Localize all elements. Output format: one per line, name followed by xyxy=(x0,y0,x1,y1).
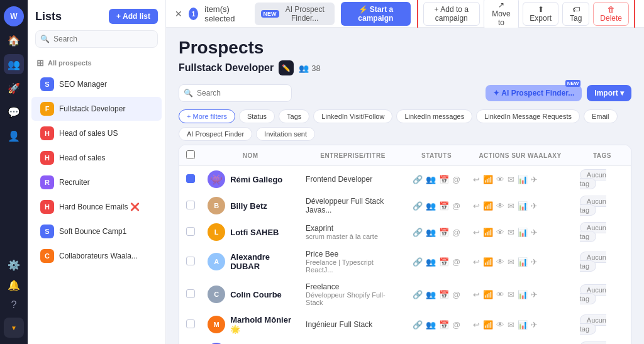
chart-icon[interactable]: 📊 xyxy=(518,320,528,330)
list-item-seo[interactable]: S SEO Manager xyxy=(31,72,162,96)
send-icon[interactable]: ✈ xyxy=(531,320,538,330)
list-item-head-us[interactable]: H Head of sales US xyxy=(31,121,162,145)
reply-icon[interactable]: ↩ xyxy=(473,320,480,330)
mail-icon[interactable]: ✉ xyxy=(508,228,514,237)
chart-icon[interactable]: 📊 xyxy=(518,175,528,184)
chart-icon[interactable]: 📊 xyxy=(518,201,528,211)
eye-icon[interactable]: 👁 xyxy=(496,257,504,267)
signal-icon[interactable]: 📶 xyxy=(483,320,493,330)
send-icon[interactable]: ✈ xyxy=(531,175,538,184)
add-list-button[interactable]: + Add list xyxy=(109,9,158,24)
list-item-head[interactable]: H Head of sales xyxy=(31,146,162,170)
nav-messages-icon[interactable]: 💬 xyxy=(4,102,24,122)
topbar-close-icon[interactable]: ✕ xyxy=(175,9,182,19)
row-checkbox[interactable] xyxy=(186,174,195,183)
nav-campaigns-icon[interactable]: 🚀 xyxy=(4,78,24,98)
reply-icon[interactable]: ↩ xyxy=(473,290,480,299)
signal-icon[interactable]: 📶 xyxy=(483,175,493,184)
signal-icon[interactable]: 📶 xyxy=(483,228,493,237)
nav-home-icon[interactable]: 🏠 xyxy=(4,30,24,50)
nav-settings-icon[interactable]: ⚙️ xyxy=(4,255,24,275)
link-icon[interactable]: 🔗 xyxy=(413,320,423,330)
row-checkbox[interactable] xyxy=(186,289,195,298)
signal-icon[interactable]: 📶 xyxy=(483,257,493,267)
list-item-hard[interactable]: H Hard Bounce Emails ❌ xyxy=(31,195,162,219)
calendar-icon[interactable]: 📅 xyxy=(439,257,449,267)
chart-icon[interactable]: 📊 xyxy=(518,257,528,267)
team-icon[interactable]: 👥 xyxy=(426,228,436,237)
mail-icon[interactable]: ✉ xyxy=(508,290,514,299)
row-checkbox[interactable] xyxy=(186,257,195,265)
filter-status[interactable]: Status xyxy=(239,109,275,123)
email-icon[interactable]: @ xyxy=(452,257,460,267)
eye-icon[interactable]: 👁 xyxy=(496,320,504,330)
signal-icon[interactable]: 📶 xyxy=(483,201,493,211)
nav-prospects-icon[interactable]: 👥 xyxy=(4,54,24,74)
link-icon[interactable]: 🔗 xyxy=(413,201,423,211)
email-icon[interactable]: @ xyxy=(452,201,460,211)
row-checkbox[interactable] xyxy=(186,201,195,209)
team-icon[interactable]: 👥 xyxy=(426,201,436,211)
team-icon[interactable]: 👥 xyxy=(426,175,436,184)
brand-logo[interactable]: W xyxy=(4,6,24,26)
email-icon[interactable]: @ xyxy=(452,228,460,237)
list-item-fullstack[interactable]: F Fullstack Developer xyxy=(31,97,162,121)
topbar-ai-finder-button[interactable]: NEW AI Prospect Finder... xyxy=(255,3,335,25)
send-icon[interactable]: ✈ xyxy=(531,201,538,211)
signal-icon[interactable]: 📶 xyxy=(483,290,493,299)
lists-search-input[interactable] xyxy=(35,30,158,48)
nav-notifications-icon[interactable]: 🔔 xyxy=(4,275,24,295)
eye-icon[interactable]: 👁 xyxy=(496,228,504,237)
link-icon[interactable]: 🔗 xyxy=(413,257,423,267)
email-icon[interactable]: @ xyxy=(452,290,460,299)
mail-icon[interactable]: ✉ xyxy=(508,320,514,330)
mail-icon[interactable]: ✉ xyxy=(508,257,514,267)
list-item-recruiter[interactable]: R Recruiter xyxy=(31,170,162,194)
link-icon[interactable]: 🔗 xyxy=(413,175,423,184)
ai-prospect-finder-button[interactable]: NEW ✦ AI Prospect Finder... xyxy=(486,85,582,101)
nav-collapse-icon[interactable]: ▼ xyxy=(4,318,24,338)
eye-icon[interactable]: 👁 xyxy=(496,201,504,211)
select-all-checkbox[interactable] xyxy=(186,150,195,159)
team-icon[interactable]: 👥 xyxy=(426,257,436,267)
send-icon[interactable]: ✈ xyxy=(531,257,538,267)
filter-invitation[interactable]: Invitation sent xyxy=(256,127,315,141)
send-icon[interactable]: ✈ xyxy=(531,228,538,237)
list-item-soft[interactable]: S Soft Bounce Camp1 xyxy=(31,219,162,243)
row-checkbox[interactable] xyxy=(186,319,195,328)
team-icon[interactable]: 👥 xyxy=(426,290,436,299)
tag-button[interactable]: 🏷 Tag xyxy=(562,2,589,26)
export-button[interactable]: ⬆ Export xyxy=(523,2,558,26)
link-icon[interactable]: 🔗 xyxy=(413,290,423,299)
reply-icon[interactable]: ↩ xyxy=(473,175,480,184)
filter-linkedin-visit[interactable]: LinkedIn Visit/Follow xyxy=(313,109,392,123)
email-icon[interactable]: @ xyxy=(452,175,460,184)
nav-help-icon[interactable]: ? xyxy=(4,295,24,315)
row-checkbox[interactable] xyxy=(186,227,195,236)
mail-icon[interactable]: ✉ xyxy=(508,175,514,184)
calendar-icon[interactable]: 📅 xyxy=(439,201,449,211)
list-item-collab[interactable]: C Collaborateurs Waala... xyxy=(31,244,162,268)
list-edit-icon[interactable]: ✏️ xyxy=(279,60,294,75)
team-icon[interactable]: 👥 xyxy=(426,320,436,330)
mail-icon[interactable]: ✉ xyxy=(508,201,514,211)
calendar-icon[interactable]: 📅 xyxy=(439,175,449,184)
delete-button[interactable]: 🗑 Delete xyxy=(593,2,629,26)
eye-icon[interactable]: 👁 xyxy=(496,175,504,184)
filter-tags[interactable]: Tags xyxy=(279,109,309,123)
topbar-campaign-button[interactable]: ⚡ Start a campaign xyxy=(341,2,411,26)
chart-icon[interactable]: 📊 xyxy=(518,228,528,237)
filter-linkedin-requests[interactable]: LinkedIn Message Requests xyxy=(476,109,580,123)
add-to-campaign-button[interactable]: + Add to a campaign xyxy=(423,2,480,26)
filter-ai-prospect[interactable]: AI Prospect Finder xyxy=(179,127,252,141)
link-icon[interactable]: 🔗 xyxy=(413,228,423,237)
reply-icon[interactable]: ↩ xyxy=(473,228,480,237)
chart-icon[interactable]: 📊 xyxy=(518,290,528,299)
toolbar-search-input[interactable] xyxy=(179,84,292,102)
import-button[interactable]: Import ▾ xyxy=(587,85,631,101)
calendar-icon[interactable]: 📅 xyxy=(439,228,449,237)
calendar-icon[interactable]: 📅 xyxy=(439,320,449,330)
email-icon[interactable]: @ xyxy=(452,320,460,330)
eye-icon[interactable]: 👁 xyxy=(496,290,504,299)
filter-email[interactable]: Email xyxy=(584,109,618,123)
